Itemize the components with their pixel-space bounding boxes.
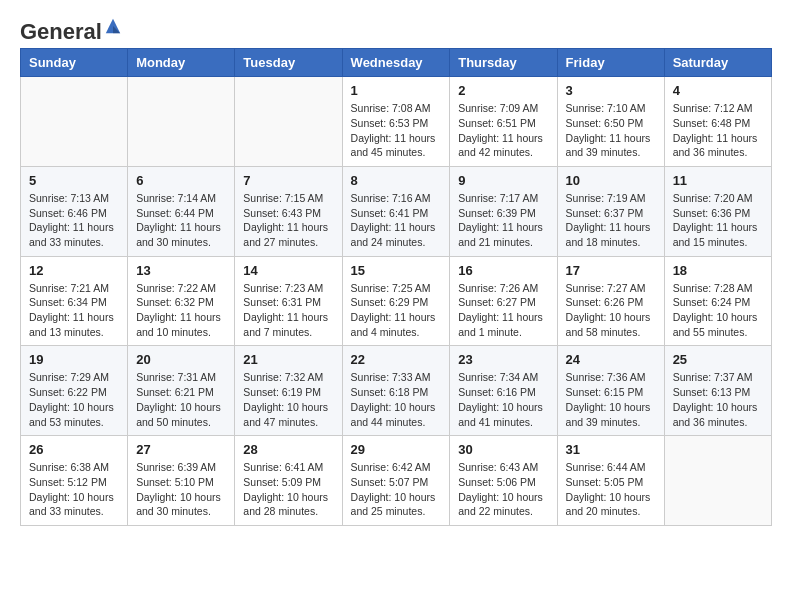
day-info: Sunrise: 7:08 AM Sunset: 6:53 PM Dayligh… (351, 101, 442, 160)
day-number: 19 (29, 352, 119, 367)
weekday-header-monday: Monday (128, 49, 235, 77)
calendar-cell: 16Sunrise: 7:26 AM Sunset: 6:27 PM Dayli… (450, 256, 557, 346)
day-info: Sunrise: 7:25 AM Sunset: 6:29 PM Dayligh… (351, 281, 442, 340)
day-info: Sunrise: 7:19 AM Sunset: 6:37 PM Dayligh… (566, 191, 656, 250)
day-number: 30 (458, 442, 548, 457)
day-info: Sunrise: 7:33 AM Sunset: 6:18 PM Dayligh… (351, 370, 442, 429)
day-number: 17 (566, 263, 656, 278)
day-info: Sunrise: 7:27 AM Sunset: 6:26 PM Dayligh… (566, 281, 656, 340)
day-number: 6 (136, 173, 226, 188)
day-number: 5 (29, 173, 119, 188)
logo-icon (104, 17, 122, 35)
day-number: 29 (351, 442, 442, 457)
calendar-cell: 28Sunrise: 6:41 AM Sunset: 5:09 PM Dayli… (235, 436, 342, 526)
day-info: Sunrise: 7:12 AM Sunset: 6:48 PM Dayligh… (673, 101, 763, 160)
day-info: Sunrise: 7:10 AM Sunset: 6:50 PM Dayligh… (566, 101, 656, 160)
calendar-cell (21, 77, 128, 167)
day-info: Sunrise: 7:20 AM Sunset: 6:36 PM Dayligh… (673, 191, 763, 250)
week-row-4: 19Sunrise: 7:29 AM Sunset: 6:22 PM Dayli… (21, 346, 772, 436)
calendar-cell: 8Sunrise: 7:16 AM Sunset: 6:41 PM Daylig… (342, 166, 450, 256)
week-row-3: 12Sunrise: 7:21 AM Sunset: 6:34 PM Dayli… (21, 256, 772, 346)
calendar-cell: 17Sunrise: 7:27 AM Sunset: 6:26 PM Dayli… (557, 256, 664, 346)
page-header: General (20, 20, 772, 38)
day-number: 31 (566, 442, 656, 457)
calendar-cell: 4Sunrise: 7:12 AM Sunset: 6:48 PM Daylig… (664, 77, 771, 167)
day-number: 23 (458, 352, 548, 367)
day-number: 24 (566, 352, 656, 367)
calendar-cell: 13Sunrise: 7:22 AM Sunset: 6:32 PM Dayli… (128, 256, 235, 346)
day-number: 14 (243, 263, 333, 278)
day-info: Sunrise: 6:44 AM Sunset: 5:05 PM Dayligh… (566, 460, 656, 519)
calendar-cell (664, 436, 771, 526)
calendar-cell: 6Sunrise: 7:14 AM Sunset: 6:44 PM Daylig… (128, 166, 235, 256)
day-info: Sunrise: 7:14 AM Sunset: 6:44 PM Dayligh… (136, 191, 226, 250)
day-number: 27 (136, 442, 226, 457)
calendar-table: SundayMondayTuesdayWednesdayThursdayFrid… (20, 48, 772, 526)
calendar-cell: 20Sunrise: 7:31 AM Sunset: 6:21 PM Dayli… (128, 346, 235, 436)
calendar-cell: 25Sunrise: 7:37 AM Sunset: 6:13 PM Dayli… (664, 346, 771, 436)
calendar-cell: 23Sunrise: 7:34 AM Sunset: 6:16 PM Dayli… (450, 346, 557, 436)
day-info: Sunrise: 7:32 AM Sunset: 6:19 PM Dayligh… (243, 370, 333, 429)
calendar-cell: 31Sunrise: 6:44 AM Sunset: 5:05 PM Dayli… (557, 436, 664, 526)
day-info: Sunrise: 6:38 AM Sunset: 5:12 PM Dayligh… (29, 460, 119, 519)
day-number: 16 (458, 263, 548, 278)
calendar-cell: 3Sunrise: 7:10 AM Sunset: 6:50 PM Daylig… (557, 77, 664, 167)
day-number: 12 (29, 263, 119, 278)
day-info: Sunrise: 7:34 AM Sunset: 6:16 PM Dayligh… (458, 370, 548, 429)
day-number: 25 (673, 352, 763, 367)
day-number: 20 (136, 352, 226, 367)
day-info: Sunrise: 7:28 AM Sunset: 6:24 PM Dayligh… (673, 281, 763, 340)
day-info: Sunrise: 7:23 AM Sunset: 6:31 PM Dayligh… (243, 281, 333, 340)
day-info: Sunrise: 6:42 AM Sunset: 5:07 PM Dayligh… (351, 460, 442, 519)
calendar-cell: 27Sunrise: 6:39 AM Sunset: 5:10 PM Dayli… (128, 436, 235, 526)
calendar-cell: 10Sunrise: 7:19 AM Sunset: 6:37 PM Dayli… (557, 166, 664, 256)
calendar-cell: 2Sunrise: 7:09 AM Sunset: 6:51 PM Daylig… (450, 77, 557, 167)
day-number: 21 (243, 352, 333, 367)
day-number: 13 (136, 263, 226, 278)
day-number: 10 (566, 173, 656, 188)
weekday-header-saturday: Saturday (664, 49, 771, 77)
day-number: 1 (351, 83, 442, 98)
day-number: 8 (351, 173, 442, 188)
day-info: Sunrise: 7:09 AM Sunset: 6:51 PM Dayligh… (458, 101, 548, 160)
day-number: 18 (673, 263, 763, 278)
week-row-5: 26Sunrise: 6:38 AM Sunset: 5:12 PM Dayli… (21, 436, 772, 526)
calendar-cell: 21Sunrise: 7:32 AM Sunset: 6:19 PM Dayli… (235, 346, 342, 436)
logo: General (20, 20, 122, 38)
calendar-cell (235, 77, 342, 167)
calendar-cell: 9Sunrise: 7:17 AM Sunset: 6:39 PM Daylig… (450, 166, 557, 256)
calendar-cell: 18Sunrise: 7:28 AM Sunset: 6:24 PM Dayli… (664, 256, 771, 346)
day-number: 9 (458, 173, 548, 188)
day-number: 11 (673, 173, 763, 188)
calendar-cell: 22Sunrise: 7:33 AM Sunset: 6:18 PM Dayli… (342, 346, 450, 436)
weekday-header-tuesday: Tuesday (235, 49, 342, 77)
day-info: Sunrise: 7:29 AM Sunset: 6:22 PM Dayligh… (29, 370, 119, 429)
weekday-header-thursday: Thursday (450, 49, 557, 77)
calendar-cell: 12Sunrise: 7:21 AM Sunset: 6:34 PM Dayli… (21, 256, 128, 346)
day-info: Sunrise: 7:36 AM Sunset: 6:15 PM Dayligh… (566, 370, 656, 429)
day-number: 15 (351, 263, 442, 278)
day-number: 26 (29, 442, 119, 457)
calendar-cell: 24Sunrise: 7:36 AM Sunset: 6:15 PM Dayli… (557, 346, 664, 436)
day-number: 4 (673, 83, 763, 98)
calendar-cell: 7Sunrise: 7:15 AM Sunset: 6:43 PM Daylig… (235, 166, 342, 256)
calendar-cell: 19Sunrise: 7:29 AM Sunset: 6:22 PM Dayli… (21, 346, 128, 436)
week-row-2: 5Sunrise: 7:13 AM Sunset: 6:46 PM Daylig… (21, 166, 772, 256)
day-info: Sunrise: 7:15 AM Sunset: 6:43 PM Dayligh… (243, 191, 333, 250)
day-info: Sunrise: 7:13 AM Sunset: 6:46 PM Dayligh… (29, 191, 119, 250)
weekday-header-friday: Friday (557, 49, 664, 77)
day-info: Sunrise: 7:16 AM Sunset: 6:41 PM Dayligh… (351, 191, 442, 250)
calendar-cell: 30Sunrise: 6:43 AM Sunset: 5:06 PM Dayli… (450, 436, 557, 526)
day-info: Sunrise: 6:43 AM Sunset: 5:06 PM Dayligh… (458, 460, 548, 519)
weekday-header-wednesday: Wednesday (342, 49, 450, 77)
calendar-cell (128, 77, 235, 167)
day-number: 2 (458, 83, 548, 98)
weekday-header-row: SundayMondayTuesdayWednesdayThursdayFrid… (21, 49, 772, 77)
day-number: 28 (243, 442, 333, 457)
day-number: 7 (243, 173, 333, 188)
calendar-cell: 5Sunrise: 7:13 AM Sunset: 6:46 PM Daylig… (21, 166, 128, 256)
week-row-1: 1Sunrise: 7:08 AM Sunset: 6:53 PM Daylig… (21, 77, 772, 167)
day-info: Sunrise: 6:41 AM Sunset: 5:09 PM Dayligh… (243, 460, 333, 519)
day-number: 22 (351, 352, 442, 367)
logo-general-text: General (20, 19, 102, 44)
